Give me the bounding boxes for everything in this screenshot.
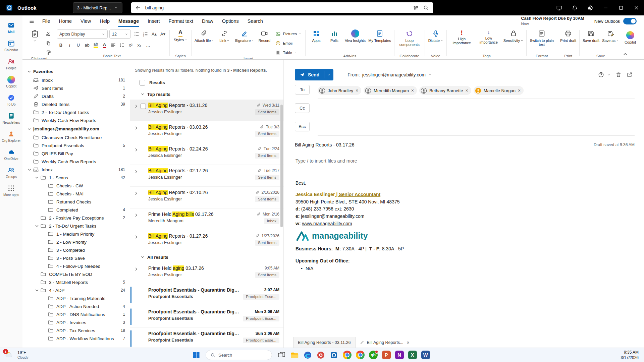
taskbar-app[interactable] <box>315 349 327 361</box>
expand-icon[interactable] <box>133 266 139 272</box>
collapse-ribbon-button[interactable] <box>622 51 629 58</box>
folder-item[interactable]: Deleted Items 39 <box>22 100 130 108</box>
folder-item[interactable]: Inbox 181 <box>22 76 130 84</box>
rail-item[interactable]: Newsletters <box>2 111 21 126</box>
table-button[interactable]: Table <box>273 48 304 57</box>
rail-item[interactable]: OneDrive <box>2 147 21 162</box>
folder-item[interactable]: Proofpoint Essentials 5 <box>22 141 130 149</box>
font-color-button[interactable]: A <box>100 41 109 49</box>
menu-tab[interactable]: View <box>76 15 95 27</box>
from-selector[interactable]: From: jesslinger@manageability.com <box>347 72 432 77</box>
recipient-pill[interactable]: John Bradley × <box>318 86 361 95</box>
meet-now-button[interactable] <box>551 0 567 15</box>
apps-button[interactable]: Apps <box>307 28 325 43</box>
plain-text-button[interactable]: Switch to plain text <box>528 28 555 48</box>
emoji-button[interactable]: Emoji <box>273 39 304 47</box>
bcc-field[interactable] <box>318 122 635 136</box>
expand-icon[interactable] <box>133 104 139 109</box>
line-spacing-button[interactable] <box>118 41 126 49</box>
align-left-button[interactable] <box>109 41 117 49</box>
open-new-window-button[interactable] <box>625 70 635 80</box>
close-icon[interactable]: × <box>407 340 410 345</box>
account-header[interactable]: jesslinger@manageability.com <box>22 124 130 133</box>
email-row[interactable]: Proofpoint Essentials - Quarantine Diges… <box>130 306 283 328</box>
remove-recipient-icon[interactable]: × <box>518 88 521 93</box>
hamburger-icon[interactable] <box>25 15 38 27</box>
copilot-button[interactable]: Copilot <box>621 29 639 45</box>
remove-recipient-icon[interactable]: × <box>466 88 468 93</box>
record-button[interactable]: Record <box>255 28 273 43</box>
superscript-button[interactable]: x² <box>126 41 135 49</box>
taskbar-app[interactable] <box>354 349 366 361</box>
select-all-checkbox[interactable] <box>140 80 145 85</box>
cc-field[interactable] <box>318 103 635 117</box>
taskbar-app[interactable] <box>275 349 288 361</box>
folder-item[interactable]: ADP - DNS Notifications 1 <box>22 310 130 318</box>
clock[interactable]: 9:35 AM 3/17/2026 <box>621 350 644 360</box>
rail-item[interactable]: People <box>2 56 21 71</box>
email-row[interactable]: Bill Aging Reports - 02.10.26 Jessica Es… <box>130 187 283 208</box>
email-checkbox[interactable] <box>141 104 146 109</box>
font-family-select[interactable]: Aptos Display <box>57 29 108 39</box>
cut-button[interactable] <box>44 29 52 38</box>
loop-components-button[interactable]: Loop components <box>396 28 423 48</box>
save-as-button[interactable]: Save as <box>601 28 620 43</box>
print-draft-button[interactable]: Print draft <box>559 28 578 43</box>
recipient-pill[interactable]: Bethany Barnette × <box>419 86 471 95</box>
new-outlook-toggle[interactable] <box>623 18 637 24</box>
link-button[interactable]: Link <box>215 28 233 43</box>
folder-item[interactable]: 2 - Positive Pay Exceptions 2 <box>22 214 130 222</box>
remove-recipient-icon[interactable]: × <box>411 88 414 93</box>
settings-button[interactable] <box>582 0 598 15</box>
email-row[interactable]: Prime Held aging 03.17.26 Jessica Esslin… <box>130 262 283 284</box>
folder-item[interactable]: Completed 4 <box>22 206 130 214</box>
chevron-down-icon[interactable] <box>34 223 40 229</box>
folder-item[interactable]: Weekly Cash Flow Reports <box>22 116 130 124</box>
chevron-down-icon[interactable] <box>34 175 40 180</box>
grow-font-button[interactable]: A▴ <box>150 30 158 38</box>
font-size-select[interactable]: 12 <box>109 29 131 39</box>
italic-button[interactable]: I <box>65 41 74 49</box>
folder-item[interactable]: 4 - Follow-Up Needed <box>22 262 130 270</box>
taskbar-app[interactable]: W <box>419 349 432 361</box>
rail-item[interactable]: To Do <box>2 93 21 108</box>
more-formatting-button[interactable]: … <box>144 41 152 49</box>
folder-item[interactable]: 2 - To-Do/ Urgent Tasks <box>22 108 130 116</box>
recipient-pill[interactable]: Marcelle Norgan × <box>474 86 524 95</box>
expand-icon[interactable] <box>133 234 139 240</box>
titlebar-search[interactable]: bill aging <box>131 2 433 13</box>
folder-item[interactable]: 1 - Medium Priority <box>22 230 130 238</box>
menu-tab[interactable]: Help <box>95 15 114 27</box>
folder-item[interactable]: Clearcover Check Remittance <box>22 133 130 141</box>
send-button[interactable]: Send <box>295 69 333 80</box>
menu-tab[interactable]: Insert <box>143 15 164 27</box>
expand-icon[interactable] <box>133 125 139 131</box>
folder-item[interactable]: ADP - Action Needed 4 <box>22 302 130 310</box>
folder-item[interactable]: Returned Checks <box>22 198 130 206</box>
weather-widget[interactable]: 1 19°FCloudy <box>0 350 29 360</box>
folder-item[interactable]: 3 - Completed <box>22 246 130 254</box>
search-icon[interactable] <box>423 5 429 11</box>
save-draft-button[interactable]: Save draft <box>581 28 601 43</box>
website-link[interactable]: www.manageability.com <box>302 221 352 226</box>
taskbar-app[interactable] <box>302 349 314 361</box>
taskbar-app[interactable]: qb <box>367 349 379 361</box>
chevron-down-icon[interactable] <box>27 167 32 172</box>
draft-tab[interactable]: Bill Aging Reports - 03.11.26 × <box>293 337 356 348</box>
folder-item[interactable]: 2 - To-Do/ Urgent Tasks <box>22 222 130 230</box>
strikethrough-button[interactable]: ab <box>83 41 91 49</box>
underline-button[interactable]: U <box>74 41 83 49</box>
menu-tab[interactable]: Home <box>54 15 76 27</box>
folder-item[interactable]: 2 - Low Priority <box>22 238 130 246</box>
maximize-button[interactable] <box>613 0 629 15</box>
folder-item[interactable]: Sent Items 1 <box>22 84 130 92</box>
close-button[interactable] <box>629 0 644 15</box>
signature-button[interactable]: Signature <box>233 28 255 43</box>
email-row[interactable]: Bill Aging Reports - 03.03.26 Jessica Es… <box>130 121 283 143</box>
dictate-button[interactable]: Dictate <box>427 28 445 43</box>
sensitivity-button[interactable]: Sensitivity <box>502 28 525 43</box>
menu-tab[interactable]: Options <box>218 15 243 27</box>
folder-item[interactable]: Drafts 2 <box>22 92 130 100</box>
folder-item[interactable]: Inbox 181 <box>22 166 130 174</box>
chevron-down-icon[interactable] <box>607 73 610 76</box>
